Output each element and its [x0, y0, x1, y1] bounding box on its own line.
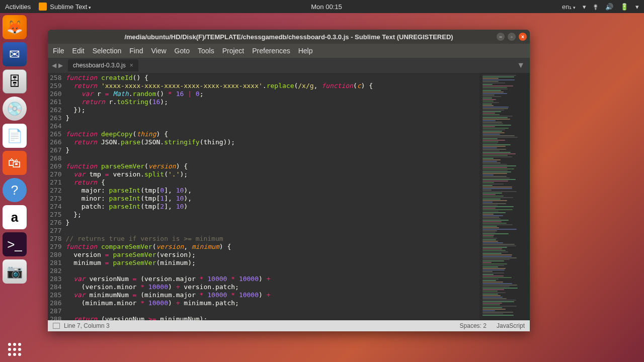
titlebar[interactable]: /media/ubuntu/HD/Disk(F)/TEMPLATE/chessg… — [48, 30, 530, 44]
window-title: /media/ubuntu/HD/Disk(F)/TEMPLATE/chessg… — [124, 33, 453, 41]
menu-goto[interactable]: Goto — [175, 47, 190, 55]
menu-project[interactable]: Project — [222, 47, 245, 55]
menubar: FileEditSelectionFindViewGotoToolsProjec… — [48, 44, 530, 58]
tab-nav-forward[interactable]: ▶ — [58, 62, 63, 69]
close-button[interactable]: × — [519, 33, 527, 41]
dock-screenshot[interactable]: 📷 — [3, 259, 27, 284]
menu-file[interactable]: File — [53, 47, 64, 55]
tab-close-icon[interactable]: × — [130, 62, 133, 69]
dock-help[interactable]: ? — [3, 178, 27, 202]
tabbar: ◀ ▶ chessboard-0.3.0.js × ▼ — [48, 58, 530, 73]
code-pane[interactable]: 2582592602612622632642652662672682692702… — [48, 73, 479, 320]
gutter: 2582592602612622632642652662672682692702… — [48, 73, 65, 320]
dock-terminal[interactable]: >_ — [3, 232, 27, 256]
status-syntax[interactable]: JavaScript — [497, 322, 525, 329]
show-applications[interactable] — [8, 343, 21, 356]
app-menu[interactable]: Sublime Text — [39, 3, 91, 11]
editor-area: 2582592602612622632642652662672682692702… — [48, 73, 530, 320]
dock-firefox[interactable]: 🦊 — [3, 15, 27, 39]
dock: 🦊 ✉ 🗄 💿 📄 🛍 ? a >_ 📷 — [3, 15, 31, 284]
activities-button[interactable]: Activities — [5, 3, 31, 11]
minimize-button[interactable]: – — [497, 33, 505, 41]
input-language[interactable]: en₁ — [562, 3, 576, 11]
dock-thunderbird[interactable]: ✉ — [3, 42, 27, 66]
menu-view[interactable]: View — [151, 47, 167, 55]
maximize-button[interactable]: ▫ — [508, 33, 516, 41]
menu-edit[interactable]: Edit — [72, 47, 85, 55]
gnome-topbar: Activities Sublime Text Mon 00:15 en₁ ▾ … — [0, 0, 644, 13]
dock-amazon[interactable]: a — [3, 205, 27, 229]
volume-icon[interactable]: 🔊 — [605, 3, 613, 11]
statusbar: Line 7, Column 3 Spaces: 2 JavaScript — [48, 320, 530, 331]
dock-files[interactable]: 🗄 — [3, 69, 27, 94]
tab-label: chessboard-0.3.0.js — [73, 62, 126, 69]
tab-nav-back[interactable]: ◀ — [52, 62, 56, 69]
menu-find[interactable]: Find — [129, 47, 143, 55]
status-position[interactable]: Line 7, Column 3 — [64, 322, 110, 329]
system-menu-icon[interactable]: ▾ — [635, 3, 639, 11]
network-icon[interactable]: ▾ — [583, 3, 586, 11]
sublime-icon — [39, 3, 47, 11]
tab-dropdown-icon[interactable]: ▼ — [517, 61, 525, 70]
wifi-icon[interactable]: ⚵ — [593, 3, 598, 11]
panel-switcher-icon[interactable] — [53, 323, 60, 329]
battery-icon[interactable]: 🔋 — [620, 3, 628, 11]
clock[interactable]: Mon 00:15 — [91, 3, 562, 11]
minimap[interactable] — [479, 73, 530, 320]
menu-tools[interactable]: Tools — [198, 47, 214, 55]
dock-libreoffice-writer[interactable]: 📄 — [3, 124, 27, 148]
sublime-window: /media/ubuntu/HD/Disk(F)/TEMPLATE/chessg… — [48, 30, 530, 331]
dock-ubuntu-software[interactable]: 🛍 — [3, 151, 27, 175]
dock-disks[interactable]: 💿 — [3, 97, 27, 121]
status-indent[interactable]: Spaces: 2 — [460, 322, 487, 329]
code-content[interactable]: function createId() { return 'xxxx-xxxx-… — [65, 73, 479, 320]
menu-selection[interactable]: Selection — [93, 47, 122, 55]
menu-help[interactable]: Help — [298, 47, 313, 55]
menu-preferences[interactable]: Preferences — [252, 47, 290, 55]
tab-chessboard[interactable]: chessboard-0.3.0.js × — [68, 59, 138, 71]
